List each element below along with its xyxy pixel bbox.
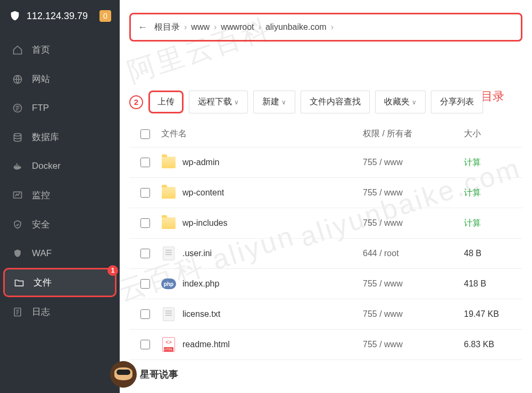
- document-icon: [163, 307, 174, 321]
- table-row[interactable]: .user.ini644 / root48 B: [129, 239, 522, 269]
- table-row[interactable]: readme.html755 / www6.83 KB: [129, 330, 522, 360]
- sidebar-item-label: 日志: [32, 306, 50, 318]
- breadcrumb-item[interactable]: wwwroot: [218, 20, 257, 34]
- file-perm: 755 / www: [363, 340, 464, 349]
- chevron-right-icon: ›: [330, 22, 335, 31]
- back-icon[interactable]: ←: [134, 19, 151, 36]
- table-row[interactable]: wp-content755 / www计算: [129, 178, 522, 208]
- sidebar-item-database[interactable]: 数据库: [0, 122, 120, 152]
- file-name: index.php: [182, 279, 219, 289]
- row-checkbox[interactable]: [140, 218, 150, 228]
- svg-rect-5: [18, 165, 20, 167]
- header-perm[interactable]: 权限 / 所有者: [363, 128, 464, 140]
- sidebar-item-waf[interactable]: WAF: [0, 239, 120, 268]
- row-checkbox[interactable]: [140, 249, 150, 258]
- row-checkbox[interactable]: [140, 279, 150, 289]
- sidebar-item-docker[interactable]: Docker: [0, 152, 120, 181]
- file-perm: 755 / www: [363, 218, 464, 228]
- remote-download-button[interactable]: 远程下载∨: [189, 91, 248, 113]
- breadcrumb-item[interactable]: www: [188, 20, 213, 34]
- content-search-button[interactable]: 文件内容查找: [301, 91, 370, 113]
- sidebar-item-label: Docker: [32, 161, 61, 171]
- chevron-down-icon: ∨: [234, 99, 239, 106]
- monitor-icon: [12, 190, 23, 201]
- breadcrumb-item[interactable]: 根目录: [151, 20, 183, 34]
- file-size: 48 B: [464, 249, 522, 258]
- sidebar-item-label: 网站: [32, 73, 50, 85]
- chevron-down-icon: ∨: [281, 99, 286, 106]
- main-content: 阿里云百科 aliyunbaike.com 云百科 aliyun ← 根目录›w…: [120, 0, 532, 393]
- header-size[interactable]: 大小: [464, 128, 522, 140]
- waf-icon: [12, 248, 23, 259]
- home-icon: [12, 44, 23, 56]
- file-size: 计算: [464, 187, 522, 199]
- svg-point-2: [14, 133, 21, 136]
- table-row[interactable]: wp-includes755 / www计算: [129, 208, 522, 239]
- sidebar-item-ftp[interactable]: FTP: [0, 94, 120, 122]
- file-name: readme.html: [182, 340, 230, 349]
- docker-icon: [12, 160, 23, 172]
- select-all-checkbox[interactable]: [140, 129, 150, 139]
- file-perm: 755 / www: [363, 309, 464, 319]
- sidebar-item-label: FTP: [32, 103, 49, 113]
- file-name: wp-admin: [182, 158, 219, 167]
- row-checkbox[interactable]: [140, 340, 150, 349]
- sidebar-item-home[interactable]: 首页: [0, 35, 120, 64]
- sidebar-item-label: 监控: [32, 189, 50, 201]
- security-icon: [12, 219, 23, 231]
- sidebar-nav: 首页网站FTP数据库Docker监控安全WAF文件1日志: [0, 35, 120, 393]
- file-size: 计算: [464, 218, 522, 229]
- folder-icon: [162, 157, 176, 168]
- sidebar-item-security[interactable]: 安全: [0, 210, 120, 239]
- file-size: 418 B: [464, 279, 522, 289]
- file-table: 文件名 权限 / 所有者 大小 wp-admin755 / www计算wp-co…: [120, 121, 532, 366]
- row-checkbox[interactable]: [140, 188, 150, 198]
- sidebar-item-label: 安全: [32, 218, 50, 231]
- folder-icon: [162, 187, 176, 199]
- sidebar-item-label: 数据库: [32, 131, 59, 143]
- folder-icon: [162, 217, 176, 229]
- favorites-button[interactable]: 收藏夹∨: [375, 91, 426, 113]
- table-row[interactable]: wp-admin755 / www计算: [129, 148, 522, 178]
- chevron-down-icon: ∨: [412, 99, 417, 106]
- php-icon: php: [161, 279, 176, 289]
- file-size: 19.47 KB: [464, 309, 522, 319]
- sidebar-item-monitor[interactable]: 监控: [0, 181, 120, 210]
- file-perm: 755 / www: [363, 279, 464, 289]
- sidebar-item-folder[interactable]: 文件1: [3, 268, 117, 297]
- file-perm: 755 / www: [363, 158, 464, 167]
- file-size: 6.83 KB: [464, 340, 522, 349]
- sidebar: 112.124.39.79 0 首页网站FTP数据库Docker监控安全WAF文…: [0, 0, 120, 393]
- breadcrumb-item[interactable]: aliyunbaike.com: [262, 20, 330, 34]
- server-ip: 112.124.39.79: [27, 11, 88, 22]
- row-checkbox[interactable]: [140, 309, 150, 319]
- header-name[interactable]: 文件名: [161, 128, 363, 140]
- monkey-icon: [110, 361, 137, 388]
- new-button[interactable]: 新建∨: [253, 91, 295, 113]
- table-row[interactable]: license.txt755 / www19.47 KB: [129, 299, 522, 330]
- sidebar-item-globe[interactable]: 网站: [0, 64, 120, 94]
- share-list-button[interactable]: 分享列表: [431, 91, 483, 113]
- notification-badge[interactable]: 0: [99, 10, 111, 22]
- log-icon: [12, 306, 23, 318]
- sidebar-item-log[interactable]: 日志: [0, 297, 120, 326]
- file-perm: 644 / root: [363, 249, 464, 258]
- annotation-badge-1: 1: [107, 265, 118, 276]
- file-name: wp-includes: [182, 218, 227, 228]
- file-name: license.txt: [182, 309, 220, 319]
- branding-logo: 星哥说事: [110, 361, 522, 388]
- folder-icon: [13, 277, 25, 289]
- row-checkbox[interactable]: [140, 158, 150, 167]
- html-icon: [162, 337, 175, 352]
- ftp-icon: [12, 102, 23, 114]
- upload-button[interactable]: 上传: [148, 91, 184, 113]
- chevron-right-icon: ›: [213, 22, 218, 31]
- table-row[interactable]: phpindex.php755 / www418 B: [129, 269, 522, 299]
- file-name: .user.ini: [182, 249, 212, 258]
- sidebar-header: 112.124.39.79 0: [0, 0, 120, 32]
- sidebar-item-label: 首页: [32, 44, 50, 56]
- toolbar: 2 上传 远程下载∨ 新建∨ 文件内容查找 收藏夹∨ 分享列表: [120, 66, 532, 121]
- globe-icon: [12, 73, 23, 85]
- file-size: 计算: [464, 157, 522, 168]
- branding-text: 星哥说事: [140, 368, 178, 381]
